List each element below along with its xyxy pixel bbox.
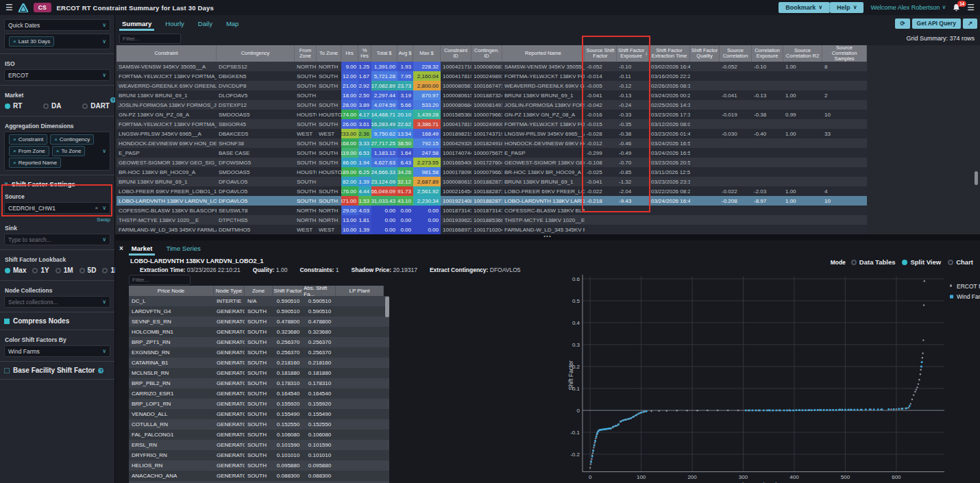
column-header[interactable]: Contingen. ID bbox=[471, 45, 502, 62]
table-row[interactable]: GEOWEST-SIGMOR 138KV GEO_SIG_1DFOWSMG5SO… bbox=[117, 158, 867, 167]
get-api-query-button[interactable]: Get API Query bbox=[912, 18, 961, 29]
table-row[interactable]: ERSL_RNGENERATORSOUTH0.1015900.101590 bbox=[129, 440, 389, 450]
table-row[interactable]: FORTMA-YELWJCKT 138KV FORTMA_YELWJC...DB… bbox=[117, 71, 867, 81]
source-dropdown[interactable]: CEDROHI_CHW1 × ∨ bbox=[4, 202, 110, 214]
lookback-option-1y[interactable]: 1Y bbox=[32, 267, 49, 274]
table-row[interactable]: EXGNSND_RNGENERATORSOUTH0.2563700.256370 bbox=[129, 347, 389, 358]
main-filter-input[interactable]: Filter... bbox=[119, 34, 181, 44]
table-row[interactable]: COFESSRC-BLASW 138KV BLASCOFE_RC_1SEUSWL… bbox=[117, 206, 867, 215]
mode-option-data-tables[interactable]: Data Tables bbox=[851, 258, 896, 266]
table-row[interactable]: HELIOS_RNGENERATORSOUTH0.0958800.095880 bbox=[129, 460, 389, 471]
column-header[interactable]: Avg $ bbox=[397, 45, 413, 62]
table-row[interactable]: JOSLIN-FORMOSA 138KV FORMOS_JOSLIN1_1DST… bbox=[117, 100, 867, 110]
table-row[interactable]: SAMSW-VENSW 345KV 35055__ADCPSES12NORTHN… bbox=[117, 62, 867, 71]
overflow-menu-icon[interactable]: ☰ bbox=[967, 3, 975, 12]
panel-splitter[interactable]: ••• bbox=[115, 234, 980, 240]
detail-tab-time-series[interactable]: Time Series bbox=[164, 242, 201, 255]
close-icon[interactable]: × bbox=[13, 38, 16, 45]
table-row[interactable]: BRP_ZPT1_RNGENERATORSOUTH0.2563700.25637… bbox=[129, 337, 389, 347]
close-icon[interactable]: × bbox=[56, 148, 60, 154]
column-header[interactable]: LP Plant bbox=[336, 286, 384, 296]
close-icon[interactable]: × bbox=[13, 136, 16, 143]
quick-dates-dropdown[interactable]: Quick Dates∨ bbox=[4, 19, 110, 31]
column-header[interactable]: Max $ bbox=[413, 45, 441, 62]
table-row[interactable]: GN-PZ 138KV GN_PZ_08_ASMDOOAS5HOUSTONHOU… bbox=[117, 110, 867, 119]
close-icon[interactable]: × bbox=[119, 245, 123, 252]
mode-option-chart[interactable]: Chart bbox=[948, 258, 973, 266]
table-row[interactable]: LNGSW-PRLSW 345KV 6965__ADBAKCED5WESTWES… bbox=[117, 129, 867, 138]
column-header[interactable]: Shift Factor Extraction Time bbox=[649, 45, 690, 62]
table-row[interactable]: CATARINA_B1GENERATORSOUTH0.2181600.21816… bbox=[129, 358, 389, 368]
aggregation-chip[interactable]: ×From Zone bbox=[9, 146, 49, 156]
help-button[interactable]: Help∨ bbox=[830, 2, 863, 13]
table-row[interactable]: MCLNSLR_RNGENERATORSOUTH0.1818800.181880 bbox=[129, 368, 389, 378]
close-icon[interactable]: × bbox=[54, 136, 58, 143]
column-header[interactable]: Shift Factor Quality bbox=[690, 45, 720, 62]
column-header[interactable]: To Zone bbox=[317, 45, 341, 62]
lookback-option-max[interactable]: Max bbox=[5, 267, 26, 274]
market-option-rt[interactable]: RT bbox=[5, 102, 22, 110]
aggregation-dropdown[interactable]: ×Constraint×Contingency×From Zone×To Zon… bbox=[4, 132, 110, 171]
table-row[interactable]: BRP_PBL2_RNGENERATORSOUTH0.1783100.17831… bbox=[129, 378, 389, 388]
date-range-dropdown[interactable]: ×Last 30 Days ∨ bbox=[4, 34, 110, 49]
table-row[interactable]: VENADO_ALLGENERATORSOUTH0.1554900.155490 bbox=[129, 409, 389, 419]
column-header[interactable]: Source Correlation R2 bbox=[783, 45, 822, 62]
table-row[interactable]: WEAVERRD-GREENLK 69KV GREENL_WEAVER...DV… bbox=[117, 81, 867, 90]
column-header[interactable]: Price Node bbox=[129, 286, 214, 296]
expand-icon[interactable]: ↗ bbox=[963, 18, 977, 29]
table-row[interactable]: HOLCOMB_RN1GENERATORSOUTH0.3236800.32368… bbox=[129, 327, 389, 337]
column-header[interactable]: Zone bbox=[245, 286, 273, 296]
table-row[interactable]: LOBO-FREER 69KV FREER_LOBO1_1DFOAVLO5SOU… bbox=[117, 186, 867, 196]
compress-nodes-checkbox[interactable]: Compress Nodes bbox=[0, 314, 114, 327]
close-icon[interactable]: × bbox=[13, 160, 16, 166]
market-option-da[interactable]: DA bbox=[43, 102, 61, 110]
table-row[interactable]: BR-HOC 138KV BR_HOC09_ASMDOOAS5HOUSTONHO… bbox=[117, 167, 867, 177]
column-header[interactable]: Hrs bbox=[341, 45, 358, 62]
table-row[interactable]: HONDOCK-DEVINESW 69KV HON_DEVI_1SHONF38S… bbox=[117, 138, 867, 148]
tab-summary[interactable]: Summary bbox=[121, 17, 153, 30]
table-row[interactable]: E_PASPBASE CASESOUTHSOUTH119.0016.531,18… bbox=[117, 148, 867, 158]
column-header[interactable]: Source Correlation bbox=[720, 45, 752, 62]
tab-hourly[interactable]: Hourly bbox=[164, 17, 185, 30]
column-header[interactable]: Abs. Shift Fa... bbox=[304, 286, 336, 296]
table-row[interactable]: FORTMA-YELWJCKT 138KV FORTMA_YELWJC...SB… bbox=[117, 119, 867, 129]
column-header[interactable]: Shift Factor Exposure ↓ bbox=[617, 45, 649, 62]
tab-map[interactable]: Map bbox=[225, 17, 240, 30]
main-grid-scrollbar[interactable] bbox=[975, 171, 978, 185]
bookmark-button[interactable]: Bookmark∨ bbox=[779, 2, 830, 13]
node-collections-dropdown[interactable]: Select collections... ∨ bbox=[4, 296, 110, 308]
table-row[interactable]: ANACACHO_ANAGENERATORSOUTH0.0883000.0883… bbox=[129, 471, 389, 481]
table-row[interactable]: COTULLA_RNGENERATORSOUTH0.1525500.152550 bbox=[129, 419, 389, 430]
column-header[interactable]: Constraint ID bbox=[441, 45, 471, 62]
table-row[interactable]: FAL_FALCONG1GENERATORSOUTH0.1060800.1060… bbox=[129, 430, 389, 440]
mode-option-split-view[interactable]: Split View bbox=[902, 258, 941, 266]
detail-filter-input[interactable]: Filter... bbox=[129, 275, 191, 285]
table-row[interactable]: BRP_LOP1_RNGENERATORSOUTH0.1559200.15592… bbox=[129, 399, 389, 409]
tab-daily[interactable]: Daily bbox=[197, 17, 214, 30]
column-header[interactable]: Reported Name bbox=[502, 45, 585, 62]
lookback-option-5d[interactable]: 5D bbox=[79, 267, 97, 274]
table-row[interactable]: DC_LINTERTIEN/A0.5905100.590510 bbox=[129, 296, 389, 306]
lookback-option-1m[interactable]: 1M bbox=[56, 267, 73, 274]
column-header[interactable]: Source Correlation Samples bbox=[822, 45, 867, 62]
aggregation-chip[interactable]: ×Reported Name bbox=[9, 158, 61, 168]
column-header[interactable]: Contingency bbox=[217, 45, 295, 62]
table-row[interactable]: BRUNI 138KV BRUNI_69_1DLOFOAV5SOUTH18.00… bbox=[117, 90, 867, 100]
color-by-dropdown[interactable]: Wind Farms ∨ bbox=[4, 345, 110, 357]
clear-icon[interactable]: × bbox=[95, 205, 98, 211]
column-header[interactable]: Shift Factor bbox=[273, 286, 304, 296]
workspace-badge[interactable]: CS bbox=[34, 3, 51, 12]
date-chip[interactable]: ×Last 30 Days bbox=[9, 36, 54, 47]
table-row[interactable]: CARRIZO_ESR1GENERATORSOUTH0.1645400.1645… bbox=[129, 388, 389, 399]
table-row[interactable]: BRUNI 138KV BRUNI_69_1DFOAVLO5SOUTH82.00… bbox=[117, 177, 867, 186]
sink-dropdown[interactable]: Type to search... ∨ bbox=[4, 234, 110, 245]
column-header[interactable]: Node Type bbox=[214, 286, 245, 296]
table-row[interactable]: LARDVFTN_G4GENERATORSOUTH0.5905100.59051… bbox=[129, 306, 389, 317]
user-menu[interactable]: Welcome Alex Robertson∨ bbox=[870, 4, 946, 11]
table-row[interactable]: THSTP-MCTYE 138KV 1020__EDTPCTHS5NORTHNO… bbox=[117, 215, 867, 225]
table-row[interactable]: DRYFRIO_RNGENERATORSOUTH0.1010100.101010 bbox=[129, 450, 389, 460]
aggregation-chip[interactable]: ×Contingency bbox=[50, 134, 94, 145]
aggregation-chip[interactable]: ×To Zone bbox=[52, 146, 86, 156]
iso-dropdown[interactable]: ERCOT∨ bbox=[4, 69, 110, 81]
close-icon[interactable]: × bbox=[13, 148, 16, 154]
